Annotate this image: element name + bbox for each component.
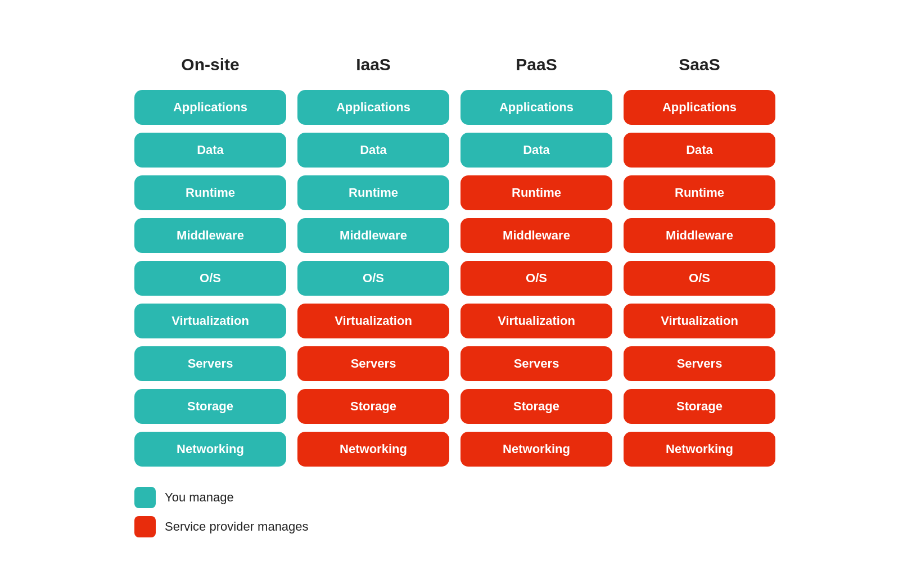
- cell-o-s-saas: O/S: [624, 261, 775, 296]
- cell-data-iaas: Data: [297, 133, 449, 168]
- cell-data-paas: Data: [460, 133, 612, 168]
- cell-storage-onsite: Storage: [134, 389, 286, 424]
- cell-data-saas: Data: [624, 133, 775, 168]
- col-header-paas: PaaS: [460, 51, 612, 79]
- comparison-grid: ApplicationsApplicationsApplicationsAppl…: [134, 90, 815, 467]
- cell-virtualization-iaas: Virtualization: [297, 304, 449, 338]
- cell-servers-saas: Servers: [624, 346, 775, 381]
- legend-label-teal: You manage: [165, 490, 234, 505]
- cell-virtualization-saas: Virtualization: [624, 304, 775, 338]
- legend-swatch-teal: [134, 487, 156, 508]
- legend-item-teal: You manage: [134, 487, 815, 508]
- main-container: On-siteIaaSPaaSSaaS ApplicationsApplicat…: [95, 28, 826, 560]
- col-header-saas: SaaS: [624, 51, 775, 79]
- cell-networking-paas: Networking: [460, 432, 612, 467]
- cell-runtime-onsite: Runtime: [134, 175, 286, 210]
- legend-item-red: Service provider manages: [134, 516, 815, 537]
- cell-servers-iaas: Servers: [297, 346, 449, 381]
- cell-virtualization-onsite: Virtualization: [134, 304, 286, 338]
- cell-o-s-paas: O/S: [460, 261, 612, 296]
- cell-servers-onsite: Servers: [134, 346, 286, 381]
- col-header-onsite: On-site: [134, 51, 286, 79]
- cell-middleware-paas: Middleware: [460, 218, 612, 253]
- cell-networking-onsite: Networking: [134, 432, 286, 467]
- cell-runtime-saas: Runtime: [624, 175, 775, 210]
- cell-middleware-onsite: Middleware: [134, 218, 286, 253]
- legend-label-red: Service provider manages: [165, 519, 309, 534]
- cell-storage-saas: Storage: [624, 389, 775, 424]
- cell-applications-paas: Applications: [460, 90, 612, 125]
- cell-runtime-iaas: Runtime: [297, 175, 449, 210]
- cell-o-s-iaas: O/S: [297, 261, 449, 296]
- cell-applications-onsite: Applications: [134, 90, 286, 125]
- col-header-iaas: IaaS: [297, 51, 449, 79]
- cell-middleware-iaas: Middleware: [297, 218, 449, 253]
- cell-servers-paas: Servers: [460, 346, 612, 381]
- legend-swatch-red: [134, 516, 156, 537]
- cell-data-onsite: Data: [134, 133, 286, 168]
- legend: You manageService provider manages: [134, 487, 815, 537]
- cell-o-s-onsite: O/S: [134, 261, 286, 296]
- cell-networking-saas: Networking: [624, 432, 775, 467]
- cell-networking-iaas: Networking: [297, 432, 449, 467]
- cell-middleware-saas: Middleware: [624, 218, 775, 253]
- cell-applications-saas: Applications: [624, 90, 775, 125]
- cell-storage-paas: Storage: [460, 389, 612, 424]
- cell-applications-iaas: Applications: [297, 90, 449, 125]
- cell-storage-iaas: Storage: [297, 389, 449, 424]
- column-headers: On-siteIaaSPaaSSaaS: [134, 51, 815, 79]
- cell-virtualization-paas: Virtualization: [460, 304, 612, 338]
- cell-runtime-paas: Runtime: [460, 175, 612, 210]
